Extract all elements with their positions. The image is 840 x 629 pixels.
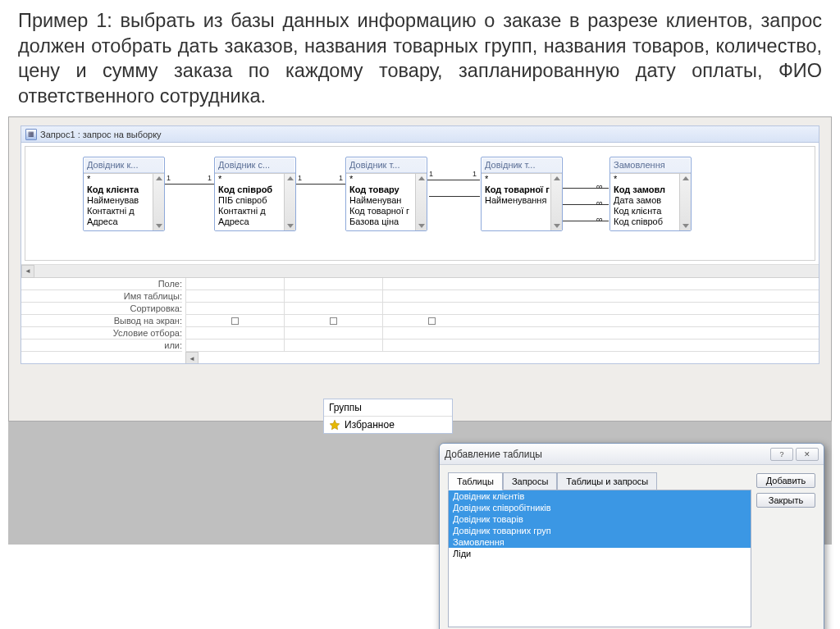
table-entity[interactable]: Довідник к...*Код клієнтаНайменувавКонта… [83, 157, 165, 231]
qbe-label: Имя таблицы: [21, 290, 182, 303]
show-checkbox[interactable] [428, 317, 436, 325]
tables-pane[interactable]: 1 1 1 1 1 1 ∞ ∞ ∞ Довідник к...*Код кліє… [25, 146, 815, 261]
show-checkbox-row[interactable] [185, 315, 819, 327]
table-title: Довідник т... [482, 157, 562, 173]
table-entity[interactable]: Довідник т...*Код товарної гНайменування [481, 157, 563, 231]
qbe-label: Сортировка: [21, 303, 182, 315]
relationship-line [296, 184, 345, 185]
list-item[interactable]: Замовлення [449, 536, 751, 548]
cardinality-one: 1 [339, 174, 343, 182]
table-fields[interactable]: *Код замовлДата замовКод клієнтаКод спів… [610, 173, 691, 230]
cardinality-one: 1 [472, 170, 477, 178]
background-panel: Группы Избранное Добавление таблицы ? ✕ … [8, 422, 832, 545]
close-button[interactable]: ✕ [796, 448, 819, 461]
tab-tables[interactable]: Таблицы [448, 472, 503, 490]
dialog-titlebar[interactable]: Добавление таблицы ? ✕ [440, 444, 824, 465]
qbe-row-labels: Поле:Имя таблицы:Сортировка:Вывод на экр… [21, 278, 185, 363]
tables-hscrollbar[interactable]: ◄ [21, 264, 819, 277]
qbe-cells[interactable]: ◄ [185, 278, 819, 363]
show-checkbox[interactable] [330, 317, 337, 325]
table-entity[interactable]: Замовлення*Код замовлДата замовКод клієн… [609, 157, 692, 231]
nav-groups-label: Группы [329, 402, 362, 413]
qbe-grid: Поле:Имя таблицы:Сортировка:Вывод на экр… [21, 277, 819, 363]
cardinality-infinity: ∞ [596, 198, 603, 207]
table-fields[interactable]: *Код клієнтаНайменувавКонтактні дАдреса [84, 173, 164, 230]
table-entity[interactable]: Довідник т...*Код товаруНайменуванКод то… [345, 157, 427, 231]
tab-queries[interactable]: Запросы [503, 472, 557, 490]
dialog-title: Добавление таблицы [445, 449, 542, 460]
table-title: Довідник с... [215, 157, 295, 173]
cardinality-infinity: ∞ [596, 181, 603, 191]
table-title: Довідник к... [84, 157, 164, 173]
table-fields[interactable]: *Код товарної гНайменування [482, 173, 562, 230]
cardinality-infinity: ∞ [596, 214, 603, 224]
field-scrollbar[interactable] [679, 174, 691, 230]
tables-listbox[interactable]: Довідник клієнтівДовідник співробітників… [448, 490, 751, 627]
field-scrollbar[interactable] [550, 174, 562, 230]
navigation-panel: Группы Избранное [323, 399, 453, 434]
cardinality-one: 1 [429, 170, 433, 178]
scroll-left-icon[interactable]: ◄ [21, 265, 34, 278]
field-scrollbar[interactable] [153, 174, 164, 230]
table-title: Довідник т... [346, 157, 427, 173]
nav-favorites-label: Избранное [345, 419, 395, 431]
add-table-dialog[interactable]: Добавление таблицы ? ✕ Таблицы Запросы Т… [439, 443, 824, 629]
cardinality-one: 1 [208, 174, 212, 182]
nav-groups[interactable]: Группы [324, 399, 452, 417]
close-dialog-button[interactable]: Закрыть [756, 493, 815, 508]
query-icon: ▦ [25, 129, 37, 140]
table-title: Замовлення [610, 157, 691, 173]
tab-both[interactable]: Таблицы и запросы [557, 472, 657, 490]
star-icon [329, 419, 340, 431]
table-fields[interactable]: *Код товаруНайменуванКод товарної гБазов… [346, 173, 427, 230]
example-description: Пример 1: выбрать из базы данных информа… [0, 0, 840, 113]
nav-favorites[interactable]: Избранное [324, 417, 452, 433]
list-item[interactable]: Ліди [449, 548, 751, 559]
scroll-left-icon[interactable]: ◄ [185, 352, 199, 363]
relationship-line [165, 184, 214, 185]
table-entity[interactable]: Довідник с...*Код співробПІБ співробКонт… [214, 157, 296, 231]
list-item[interactable]: Довідник товарів [449, 513, 751, 525]
qbe-label: или: [21, 340, 182, 352]
query-window-title: Запрос1 : запрос на выборку [40, 130, 162, 139]
field-scrollbar[interactable] [415, 174, 427, 230]
qbe-hscrollbar[interactable]: ◄ [185, 352, 819, 363]
help-button[interactable]: ? [770, 448, 793, 461]
cardinality-one: 1 [167, 174, 171, 182]
show-checkbox[interactable] [231, 317, 239, 325]
cardinality-one: 1 [298, 174, 302, 182]
table-fields[interactable]: *Код співробПІБ співробКонтактні дАдреса [215, 173, 295, 230]
list-item[interactable]: Довідник співробітників [449, 502, 751, 513]
relationship-line [429, 196, 480, 197]
qbe-label: Поле: [21, 278, 182, 290]
add-button[interactable]: Добавить [756, 473, 815, 488]
field-scrollbar[interactable] [284, 174, 295, 230]
relationship-line [427, 180, 480, 180]
qbe-label: Условие отбора: [21, 327, 182, 340]
query-window-titlebar[interactable]: ▦ Запрос1 : запрос на выборку [21, 126, 819, 143]
list-item[interactable]: Довідник товарних груп [449, 525, 751, 536]
qbe-label: Вывод на экран: [21, 315, 182, 327]
app-frame: ▦ Запрос1 : запрос на выборку 1 1 1 1 1 … [8, 116, 832, 422]
list-item[interactable]: Довідник клієнтів [449, 490, 751, 502]
query-design-window: ▦ Запрос1 : запрос на выборку 1 1 1 1 1 … [21, 125, 819, 364]
